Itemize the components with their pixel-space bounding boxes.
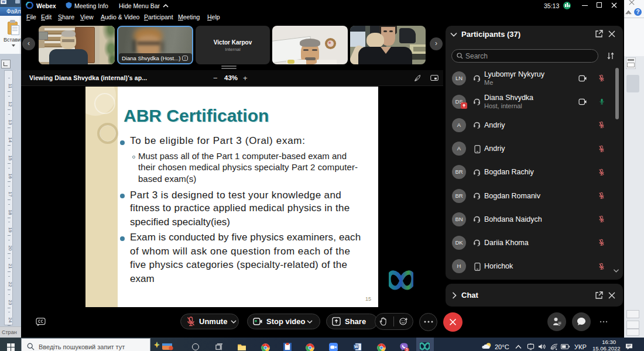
svg-text:W: W	[354, 345, 358, 349]
svg-text:5: 5	[406, 347, 408, 351]
